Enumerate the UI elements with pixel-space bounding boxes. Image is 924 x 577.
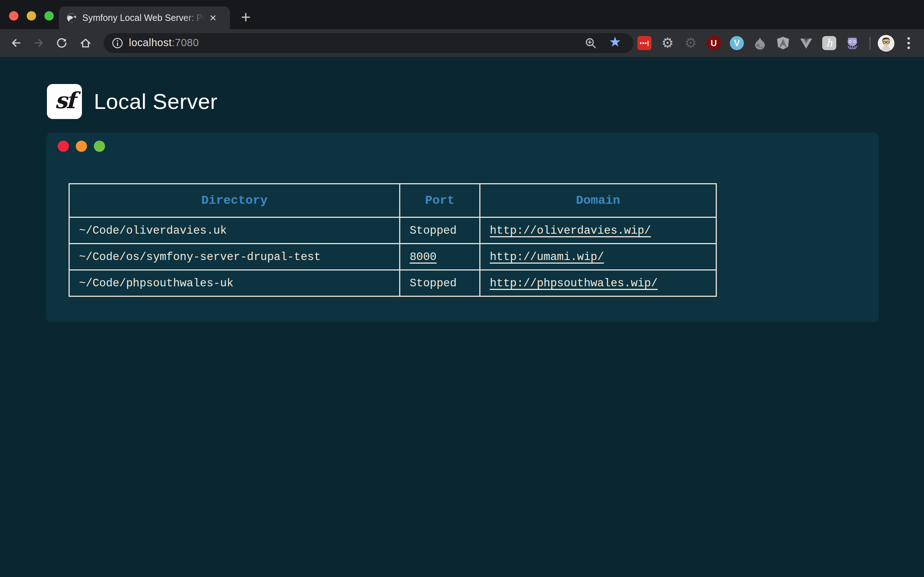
browser-toolbar: localhost:7080 ★ •••| ⚙ ⚙ U V: [0, 29, 924, 57]
table-row: ~/Code/phpsouthwales-uk Stopped http://p…: [69, 270, 716, 297]
url-text: localhost:7080: [129, 37, 199, 49]
browser-tab[interactable]: Symfony Local Web Server: Prox ×: [59, 6, 230, 29]
browser-tabstrip: Symfony Local Web Server: Prox × +: [0, 0, 924, 29]
window-close-button[interactable]: [9, 11, 18, 21]
proxy-table: Directory Port Domain ~/Code/oliverdavie…: [69, 183, 717, 297]
profile-avatar[interactable]: [878, 35, 894, 52]
vue-extension-icon[interactable]: [799, 36, 813, 50]
home-button[interactable]: [78, 36, 93, 50]
ublock-u-glyph: U: [711, 38, 717, 48]
tab-close-icon[interactable]: ×: [206, 11, 220, 25]
disabled-gear-extension-icon[interactable]: ⚙: [683, 36, 698, 50]
header-directory: Directory: [69, 184, 400, 218]
page-title: Local Server: [94, 89, 218, 114]
angular-extension-icon[interactable]: [776, 36, 790, 50]
browser-menu-button[interactable]: [906, 36, 911, 50]
page-content: sf Local Server Directory Port Domain: [0, 57, 924, 577]
lastpass-dots: •••|: [640, 40, 649, 47]
gear-extension-icon[interactable]: ⚙: [661, 36, 675, 50]
new-tab-button[interactable]: +: [236, 8, 255, 27]
domain-link[interactable]: http://phpsouthwales.wip/: [490, 277, 657, 290]
table-header-row: Directory Port Domain: [69, 184, 716, 218]
globe-icon: [67, 13, 76, 23]
header-port: Port: [400, 184, 480, 218]
url-bar[interactable]: localhost:7080 ★: [103, 33, 633, 53]
window-controls: [9, 11, 54, 21]
bookmark-star-icon[interactable]: ★: [609, 34, 621, 50]
card-green-dot: [94, 141, 105, 152]
drupal-drop-icon: [753, 36, 767, 50]
reload-button[interactable]: [55, 36, 69, 50]
card-red-dot: [58, 141, 69, 152]
drupal-extension-icon[interactable]: [753, 36, 767, 50]
table-row: ~/Code/oliverdavies.uk Stopped http://ol…: [69, 218, 716, 244]
lastpass-extension-icon[interactable]: •••|: [637, 36, 651, 50]
vimium-v-glyph: V: [734, 38, 740, 48]
honey-h-glyph: h: [826, 37, 832, 49]
tab-title: Symfony Local Web Server: Prox: [82, 13, 205, 23]
port-status: Stopped: [400, 218, 480, 244]
directory-cell: ~/Code/oliverdavies.uk: [69, 218, 400, 244]
window-maximize-button[interactable]: [44, 11, 54, 21]
server-card: Directory Port Domain ~/Code/oliverdavie…: [46, 133, 879, 322]
brand-header: sf Local Server: [47, 84, 218, 119]
vue-chevron-icon: [799, 36, 813, 50]
back-button[interactable]: [9, 36, 23, 50]
menu-dot: [908, 37, 910, 40]
directory-cell: ~/Code/phpsouthwales-uk: [69, 270, 400, 297]
gear-disabled-icon: ⚙: [684, 36, 696, 50]
toolbar-separator: [869, 37, 871, 49]
port-link[interactable]: 8000: [410, 251, 436, 263]
honey-extension-icon[interactable]: h: [822, 36, 836, 50]
card-orange-dot: [76, 141, 87, 152]
domain-link[interactable]: http://oliverdavies.wip/: [490, 224, 651, 237]
table-row: ~/Code/os/symfony-server-drupal-test 800…: [69, 244, 716, 270]
url-host: localhost: [129, 37, 172, 48]
vimium-extension-icon[interactable]: V: [730, 36, 744, 50]
page-zoom-icon[interactable]: [584, 37, 597, 50]
port-status: Stopped: [400, 270, 480, 297]
symfony-logo: sf: [47, 84, 82, 119]
header-domain: Domain: [480, 184, 716, 218]
menu-dot: [908, 42, 910, 44]
domain-link[interactable]: http://umami.wip/: [490, 251, 604, 263]
ublock-extension-icon[interactable]: U: [707, 36, 721, 50]
forward-button[interactable]: [32, 36, 46, 50]
site-info-icon[interactable]: [111, 37, 123, 49]
octocat-extension-icon[interactable]: [845, 36, 859, 50]
octocat-icon: [845, 36, 859, 50]
window-minimize-button[interactable]: [27, 11, 36, 21]
gear-icon: ⚙: [661, 36, 674, 50]
menu-dot: [908, 47, 910, 49]
card-traffic-lights: [58, 141, 105, 152]
avatar-illustration: [878, 35, 894, 52]
directory-cell: ~/Code/os/symfony-server-drupal-test: [69, 244, 400, 270]
angular-shield-icon: [776, 36, 790, 50]
url-port: :7080: [172, 37, 199, 48]
symfony-sf-glyph: sf: [55, 87, 74, 116]
